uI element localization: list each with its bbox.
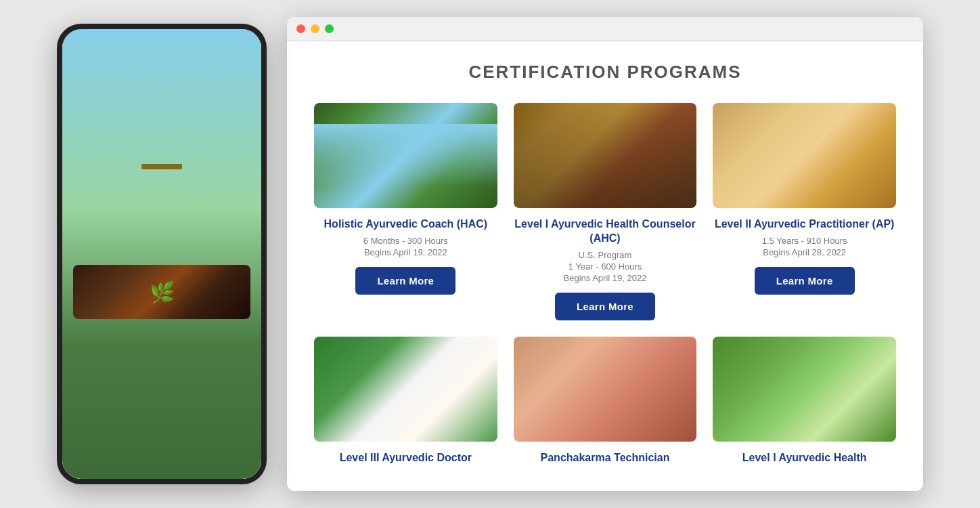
program-card-hac: Holistic Ayurvedic Coach (HAC) 6 Months …	[314, 103, 497, 320]
program-level-ahc: 1 Year - 600 Hours	[569, 261, 642, 272]
mobile-card-image	[73, 76, 250, 157]
program-image-hac	[314, 103, 497, 208]
mobile-program-card: Holistic Ayurvedic Coach (HAC) 6 Months …	[73, 76, 250, 218]
program-duration-ap: 1.5 Years - 910 Hours	[762, 236, 847, 246]
program-title-hac: Holistic Ayurvedic Coach (HAC)	[324, 217, 488, 232]
program-image-panchakarma	[514, 337, 697, 442]
browser-content: CERTIFICATION PROGRAMS Holistic Ayurvedi…	[287, 41, 923, 491]
learn-more-button-ap[interactable]: Learn More	[755, 267, 855, 295]
program-image-doctor	[314, 337, 497, 442]
massage-background	[514, 337, 697, 442]
program-title-ahc: Level I Ayurvedic Health Counselor (AHC)	[514, 217, 697, 246]
program-image-ap	[713, 103, 896, 208]
page-title: CERTIFICATION PROGRAMS	[314, 62, 896, 83]
program-image-ahc	[514, 103, 697, 208]
program-card-ap: Level II Ayurvedic Practitioner (AP) 1.5…	[713, 103, 896, 320]
program-card-doctor: Level III Ayurvedic Doctor	[314, 337, 497, 469]
program-date-hac: Begins April 19, 2022	[364, 247, 447, 257]
program-title-doctor: Level III Ayurvedic Doctor	[340, 451, 472, 465]
program-duration-hac: 6 Months - 300 Hours	[363, 236, 448, 246]
herbs-image	[73, 265, 250, 319]
bridge-background	[314, 103, 497, 208]
program-us-program: U.S. Program	[579, 250, 632, 260]
program-date-ap: Begins April 28, 2022	[763, 247, 846, 257]
program-title-health: Level I Ayurvedic Health	[742, 451, 867, 465]
program-card-health: Level I Ayurvedic Health	[713, 337, 896, 469]
mobile-content: CERTIFICATION PROGRAMS Holistic Ayurvedi…	[62, 43, 261, 479]
desktop-browser: CERTIFICATION PROGRAMS Holistic Ayurvedi…	[287, 17, 923, 491]
close-button-icon[interactable]	[296, 24, 305, 33]
mobile-events-image	[73, 265, 250, 319]
practitioner-background	[713, 103, 896, 208]
learn-more-button-hac[interactable]: Learn More	[355, 267, 455, 295]
maximize-button-icon[interactable]	[325, 24, 334, 33]
program-title-panchakarma: Panchakarma Technician	[541, 451, 670, 465]
program-image-health	[713, 337, 896, 442]
bridge-image	[73, 76, 250, 157]
mobile-device: CERTIFICATION PROGRAMS Holistic Ayurvedi…	[57, 24, 267, 484]
programs-grid: Holistic Ayurvedic Coach (HAC) 6 Months …	[314, 103, 896, 469]
minimize-button-icon[interactable]	[311, 24, 319, 33]
meditation-background	[713, 337, 896, 442]
browser-titlebar	[287, 17, 923, 41]
program-title-ap: Level II Ayurvedic Practitioner (AP)	[715, 217, 895, 232]
program-card-ahc: Level I Ayurvedic Health Counselor (AHC)…	[514, 103, 697, 320]
learn-more-button-ahc[interactable]: Learn More	[555, 293, 655, 320]
counselor-background	[514, 103, 697, 208]
lotus-background	[314, 337, 497, 442]
program-card-panchakarma: Panchakarma Technician	[514, 337, 697, 469]
program-date-ahc: Begins April 19, 2022	[564, 273, 647, 283]
